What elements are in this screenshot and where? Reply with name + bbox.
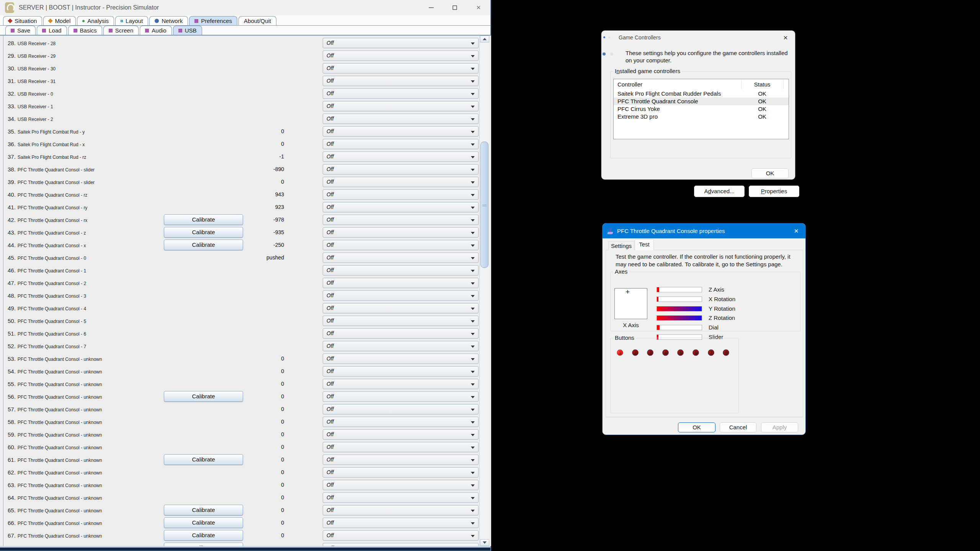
controller-button-indicator: 1 bbox=[617, 349, 623, 356]
tab-layout[interactable]: Layout bbox=[115, 16, 148, 25]
usb-row: 35.Saitek Pro Flight Combat Rud - y0Off bbox=[0, 125, 479, 138]
assignment-dropdown[interactable]: Off bbox=[323, 76, 479, 86]
assignment-dropdown[interactable]: Off bbox=[323, 442, 479, 452]
tab-preferences[interactable]: Preferences bbox=[189, 16, 237, 25]
gc-ok-button[interactable]: OK bbox=[751, 168, 789, 178]
usb-row-number: 34. bbox=[8, 116, 16, 122]
subtab-screen[interactable]: Screen bbox=[103, 26, 139, 35]
assignment-dropdown[interactable]: Off bbox=[323, 215, 479, 225]
vertical-scrollbar[interactable] bbox=[479, 36, 489, 546]
tab-model[interactable]: Model bbox=[43, 16, 76, 25]
subtab-basics[interactable]: Basics bbox=[68, 26, 102, 35]
scrollbar-thumb[interactable] bbox=[480, 142, 488, 268]
scroll-up-button[interactable] bbox=[480, 36, 489, 42]
assignment-dropdown[interactable]: Off bbox=[323, 316, 479, 326]
tab-network[interactable]: Network bbox=[149, 16, 188, 25]
assignment-dropdown[interactable]: Off bbox=[323, 379, 479, 389]
gc-close-icon[interactable]: ✕ bbox=[781, 34, 790, 42]
assignment-dropdown[interactable]: Off bbox=[323, 467, 479, 478]
usb-row-device-name: USB Receiver - 0 bbox=[18, 91, 53, 97]
assignment-dropdown[interactable]: Off bbox=[323, 152, 479, 162]
assignment-dropdown[interactable]: Off bbox=[323, 429, 479, 440]
assignment-dropdown[interactable]: Off bbox=[323, 354, 479, 364]
assignment-dropdown[interactable]: Off bbox=[323, 404, 479, 414]
subtab-load[interactable]: Load bbox=[37, 26, 67, 35]
assignment-dropdown[interactable]: Off bbox=[323, 455, 479, 465]
square-icon bbox=[11, 29, 15, 33]
tab-settings[interactable]: Settings bbox=[608, 241, 634, 250]
controller-row[interactable]: PFC Cirrus YokeOK bbox=[614, 105, 789, 113]
assignment-dropdown[interactable]: Off bbox=[323, 543, 479, 546]
chevron-down-icon bbox=[471, 522, 475, 525]
subtab-usb[interactable]: USB bbox=[173, 26, 202, 35]
usb-row-device-name: PFC Throttle Quadrant Consol - unknown bbox=[18, 395, 102, 400]
assignment-dropdown[interactable]: Off bbox=[323, 227, 479, 238]
assignment-dropdown[interactable]: Off bbox=[323, 63, 479, 73]
assignment-dropdown[interactable]: Off bbox=[323, 417, 479, 427]
assignment-dropdown[interactable]: Off bbox=[323, 290, 479, 301]
assignment-dropdown[interactable]: Off bbox=[323, 303, 479, 313]
assignment-dropdown[interactable]: Off bbox=[323, 139, 479, 149]
assignment-dropdown[interactable]: Off bbox=[323, 88, 479, 99]
props-close-icon[interactable]: ✕ bbox=[792, 227, 800, 235]
controller-row[interactable]: Saitek Pro Flight Combat Rudder PedalsOK bbox=[614, 90, 789, 98]
assignment-dropdown[interactable]: Off bbox=[323, 38, 479, 48]
tab-test[interactable]: Test bbox=[635, 239, 654, 250]
assignment-dropdown[interactable]: Off bbox=[323, 341, 479, 351]
assignment-dropdown[interactable]: Off bbox=[323, 480, 479, 490]
subtab-audio[interactable]: Audio bbox=[140, 26, 172, 35]
properties-button[interactable]: Properties bbox=[749, 186, 799, 197]
usb-row-device-name: PFC Throttle Quadrant Consol - unknown bbox=[18, 533, 102, 539]
tab-label: Screen bbox=[115, 27, 134, 34]
tab-label: About/Quit bbox=[244, 18, 271, 24]
usb-row: 48.PFC Throttle Quadrant Consol - 3Off bbox=[0, 289, 479, 302]
assignment-dropdown[interactable]: Off bbox=[323, 505, 479, 515]
close-button[interactable]: ✕ bbox=[467, 0, 490, 15]
usb-row-number: 59. bbox=[8, 431, 16, 438]
dropdown-value: Off bbox=[323, 278, 478, 288]
controller-name: PFC Cirrus Yoke bbox=[617, 105, 660, 113]
chevron-down-icon bbox=[471, 434, 475, 436]
chevron-down-icon bbox=[471, 169, 475, 171]
assignment-dropdown[interactable]: Off bbox=[323, 530, 479, 541]
chevron-down-icon bbox=[471, 295, 475, 297]
assignment-dropdown[interactable]: Off bbox=[323, 391, 479, 402]
assignment-dropdown[interactable]: Off bbox=[323, 101, 479, 111]
tab-situation[interactable]: Situation bbox=[3, 16, 42, 25]
usb-row-number: 66. bbox=[8, 520, 16, 526]
assignment-dropdown[interactable]: Off bbox=[323, 278, 479, 288]
assignment-dropdown[interactable]: Off bbox=[323, 51, 479, 61]
maximize-button[interactable] bbox=[443, 0, 467, 15]
usb-row-device-name: PFC Throttle Quadrant Consol - 1 bbox=[18, 268, 86, 274]
tab-about-quit[interactable]: About/Quit bbox=[238, 16, 276, 25]
assignment-dropdown[interactable]: Off bbox=[323, 518, 479, 528]
controller-row[interactable]: PFC Throttle Quadrant ConsoleOK bbox=[614, 98, 789, 105]
column-header-status: Status bbox=[741, 81, 783, 88]
assignment-dropdown[interactable]: Off bbox=[323, 265, 479, 276]
assignment-dropdown[interactable]: Off bbox=[323, 492, 479, 503]
advanced-button[interactable]: Advanced... bbox=[694, 186, 745, 197]
assignment-dropdown[interactable]: Off bbox=[323, 189, 479, 200]
controller-row[interactable]: Extreme 3D proOK bbox=[614, 113, 789, 121]
window-title: SERVER | BOOST | Instructor - Precision … bbox=[19, 4, 159, 11]
subtab-save[interactable]: Save bbox=[5, 26, 36, 35]
assignment-dropdown[interactable]: Off bbox=[323, 164, 479, 174]
assignment-dropdown[interactable]: Off bbox=[323, 328, 479, 339]
minimize-button[interactable] bbox=[419, 0, 443, 15]
dropdown-value: Off bbox=[323, 38, 478, 48]
props-ok-button[interactable]: OK bbox=[678, 422, 715, 432]
assignment-dropdown[interactable]: Off bbox=[323, 366, 479, 377]
usb-row-number: 37. bbox=[8, 153, 16, 160]
usb-row-device-name: Saitek Pro Flight Combat Rud - rz bbox=[18, 155, 86, 160]
axis-value: 0 bbox=[214, 428, 284, 441]
assignment-dropdown[interactable]: Off bbox=[323, 202, 479, 212]
assignment-dropdown[interactable]: Off bbox=[323, 177, 479, 187]
assignment-dropdown[interactable]: Off bbox=[323, 253, 479, 263]
controller-name: PFC Throttle Quadrant Console bbox=[617, 98, 698, 105]
scroll-down-button[interactable] bbox=[480, 539, 489, 546]
props-cancel-button[interactable]: Cancel bbox=[720, 422, 756, 432]
tab-analysis[interactable]: Analysis bbox=[77, 16, 114, 25]
assignment-dropdown[interactable]: Off bbox=[323, 114, 479, 124]
assignment-dropdown[interactable]: Off bbox=[323, 240, 479, 250]
assignment-dropdown[interactable]: Off bbox=[323, 126, 479, 137]
